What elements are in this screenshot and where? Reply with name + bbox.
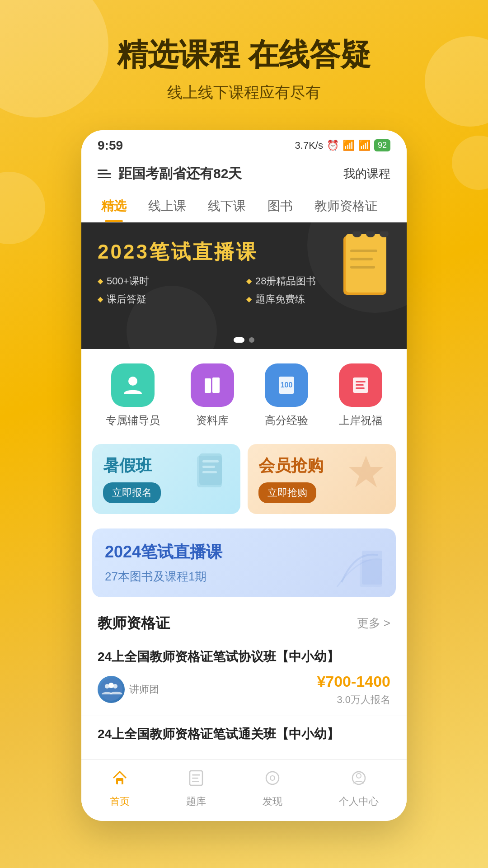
teacher-cert-section-header: 教师资格证 更多 > [81,604,407,639]
nav-tabs: 精选 线上课 线下课 图书 教师资格证 [81,190,407,222]
deco-circle-br [452,136,488,190]
wish-label: 上岸祝福 [339,413,382,428]
bottom-nav: 首页 题库 发现 [81,760,407,821]
tab-featured[interactable]: 精选 [90,190,137,222]
nav-question-bank[interactable]: 题库 [186,769,206,808]
promo-summer-card[interactable]: 暑假班 立即报名 [92,444,240,514]
nav-home[interactable]: 首页 [110,769,130,808]
question-bank-label: 题库 [186,795,206,808]
wifi-icon: 📶 [358,140,371,151]
svg-rect-16 [356,387,365,389]
discover-label: 发现 [263,795,282,808]
tutor-icon [111,363,155,407]
svg-rect-32 [192,774,200,776]
nav-profile[interactable]: 个人中心 [339,769,379,808]
svg-point-28 [113,684,117,689]
member-deco-icon [343,451,389,505]
teacher-cert-title: 教师资格证 [98,613,170,633]
banner-content: 2023笔试直播课 500+课时 28册精品图书 课后答疑 题库免费练 [81,222,407,322]
score-icon: 100 [265,363,308,407]
teacher-avatar-1 [98,676,125,703]
library-icon [191,363,234,407]
profile-label: 个人中心 [339,795,379,808]
banner-dot-2 [249,337,254,343]
tab-online-course[interactable]: 线上课 [137,190,197,222]
alarm-icon: ⏰ [327,140,339,151]
summer-btn[interactable]: 立即报名 [103,482,161,503]
wish-icon [339,363,382,407]
svg-point-8 [128,377,137,386]
course-banner-deco [333,546,387,597]
svg-point-25 [100,678,122,701]
svg-rect-34 [192,781,199,782]
teacher-cert-more[interactable]: 更多 > [357,615,390,631]
banner-feature-2: 28册精品图书 [246,274,390,288]
network-speed: 3.7K/s [295,140,323,151]
quick-icon-wish[interactable]: 上岸祝福 [339,363,382,428]
summer-deco-icon [188,451,233,505]
course-banner[interactable]: 2024笔试直播课 27本图书及课程1期 [92,528,396,597]
course-card-1[interactable]: 24上全国教师资格证笔试协议班【中小幼】 讲师团 ¥7 [81,639,407,716]
home-label: 首页 [110,795,130,808]
svg-rect-33 [192,778,198,779]
svg-rect-19 [202,460,219,462]
tab-teacher-cert[interactable]: 教师资格证 [304,190,389,222]
svg-rect-15 [356,384,364,386]
signal-icon: 📶 [343,140,355,151]
svg-rect-24 [362,551,382,585]
status-bar: 9:59 3.7K/s ⏰ 📶 📶 92 [81,130,407,157]
banner-carousel[interactable]: 2023笔试直播课 500+课时 28册精品图书 课后答疑 题库免费练 [81,222,407,349]
status-time: 9:59 [98,138,123,153]
svg-point-36 [270,776,275,780]
header-left: 距国考副省还有82天 [98,165,242,183]
course-meta-1: ¥700-1400 3.0万人报名 [317,673,390,707]
course-teacher-1: 讲师团 [98,676,159,703]
header-countdown: 距国考副省还有82天 [118,165,242,183]
top-banner: 精选课程 在线答疑 线上线下课程应有尽有 [0,0,488,117]
discover-icon [263,769,282,791]
svg-rect-10 [212,377,220,393]
banner-dots [234,337,254,343]
tutor-label: 专属辅导员 [106,413,160,428]
banner-features: 500+课时 28册精品图书 课后答疑 题库免费练 [98,274,390,306]
course-price-1: ¥700-1400 [317,673,390,690]
banner-feature-4: 题库免费练 [246,292,390,306]
svg-point-38 [357,774,361,778]
tab-offline-course[interactable]: 线下课 [197,190,257,222]
phone-mockup: 9:59 3.7K/s ⏰ 📶 📶 92 距国考副省还有82天 我的课程 精选 [81,130,407,821]
score-label: 高分经验 [265,413,308,428]
quick-icon-score[interactable]: 100 高分经验 [265,363,308,428]
course-card-1-info: 讲师团 ¥700-1400 3.0万人报名 [98,673,390,707]
library-label: 资料库 [196,413,229,428]
banner-title: 2023笔试直播课 [98,239,390,265]
home-icon [111,769,129,791]
top-banner-subtitle: 线上线下课程应有尽有 [18,82,470,103]
course-enroll-1: 3.0万人报名 [337,693,390,707]
promo-member-card[interactable]: 会员抢购 立即抢购 [248,444,396,514]
teacher-label-1: 讲师团 [129,683,159,696]
my-course-button[interactable]: 我的课程 [343,166,390,182]
member-btn[interactable]: 立即抢购 [258,482,316,503]
course-card-2-title: 24上全国教师资格证笔试通关班【中小幼】 [98,725,390,743]
quick-icon-tutor[interactable]: 专属辅导员 [106,363,160,428]
promo-cards: 暑假班 立即报名 会员抢购 立即抢购 [81,437,407,521]
course-card-2[interactable]: 24上全国教师资格证笔试通关班【中小幼】 [81,716,407,760]
battery-indicator: 92 [374,139,390,151]
svg-rect-21 [202,471,217,473]
svg-rect-9 [205,378,211,393]
tab-books[interactable]: 图书 [257,190,304,222]
top-banner-title: 精选课程 在线答疑 [18,36,470,73]
quick-icon-library[interactable]: 资料库 [191,363,234,428]
banner-feature-3: 课后答疑 [98,292,242,306]
menu-button[interactable] [98,170,111,178]
banner-dot-1 [234,337,244,343]
deco-circle-bl [0,172,45,244]
app-header: 距国考副省还有82天 我的课程 [81,157,407,190]
course-card-1-title: 24上全国教师资格证笔试协议班【中小幼】 [98,648,390,665]
quick-icons: 专属辅导员 资料库 100 高分经验 [81,349,407,437]
svg-marker-22 [349,456,383,487]
banner-feature-1: 500+课时 [98,274,242,288]
nav-discover[interactable]: 发现 [263,769,282,808]
svg-rect-20 [202,466,215,468]
question-bank-icon [187,769,205,791]
